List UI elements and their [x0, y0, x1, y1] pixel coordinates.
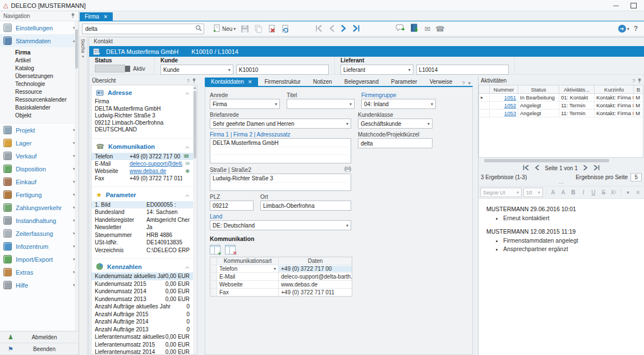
firma-name-box[interactable]: DELTA Musterfirma GmbH: [210, 138, 351, 163]
sidebar-subitem[interactable]: Artikel: [0, 57, 79, 65]
kennzahlen-row[interactable]: Anzahl Aufträge 2015 0: [91, 311, 193, 318]
tab-parameter[interactable]: Parameter: [385, 78, 424, 86]
land-label[interactable]: Land: [210, 213, 351, 220]
sidebar-subitem[interactable]: Katalog: [0, 65, 79, 72]
first-page-button[interactable]: [523, 165, 530, 171]
notes-area[interactable]: MUSTERMANN 29.06.2016 10:01 Erneut konta…: [479, 199, 644, 355]
sidebar-subitem[interactable]: Ressource: [0, 88, 79, 96]
email-button[interactable]: ✉: [424, 25, 430, 33]
copy-button[interactable]: [252, 23, 264, 34]
add-row-button[interactable]: ＋: [210, 245, 220, 254]
tab-firmenstruktur[interactable]: Firmenstruktur: [258, 78, 306, 86]
next-record-button[interactable]: [341, 25, 347, 33]
address-book-button[interactable]: [410, 24, 419, 34]
briefanrede-combo[interactable]: Sehr geehrte Damen und Herren▾: [210, 119, 351, 129]
close-tab-icon[interactable]: ✕: [104, 14, 108, 20]
grid-row[interactable]: 1052 Angelegt 11: Termin Kontakt: Firma …: [479, 102, 643, 110]
kunde-type-combo[interactable]: Kunde▾: [160, 65, 233, 75]
kundenklasse-combo[interactable]: Geschäftskunde▾: [358, 119, 433, 129]
grid-row[interactable]: ▸ 1051 In Bearbeitung 01: Kontakt Kontak…: [479, 94, 643, 102]
firma-links[interactable]: Firma 1 | Firma 2 | Adresszusatz: [210, 131, 351, 138]
previous-record-button[interactable]: [329, 25, 335, 33]
parameter-row[interactable]: Bundesland 14: Sachsen: [91, 208, 193, 216]
kommunikation-row[interactable]: Fax +49 (0) 3722 717 011: [91, 175, 193, 182]
collapse-icon[interactable]: [185, 143, 190, 150]
kommunikation-row[interactable]: Webseite www.debas.de ◉: [91, 167, 193, 175]
activity-number-link[interactable]: 1052: [504, 102, 516, 108]
firmengruppe-combo[interactable]: 04: Inland▾: [361, 99, 436, 109]
kennzahlen-row[interactable]: Kundenumsatz 2013 0,00 EUR: [91, 295, 193, 303]
parameter-row[interactable]: Newsletter Ja: [91, 224, 193, 231]
land-combo[interactable]: DE: Deutschland▾: [210, 220, 351, 230]
collapse-icon[interactable]: [185, 263, 190, 270]
editor-button[interactable]: X¹: [609, 188, 618, 197]
parameter-row[interactable]: Handelsregister Amtsgericht Chemnitz: [91, 216, 193, 224]
last-page-button[interactable]: [593, 165, 600, 171]
tab-verweise[interactable]: Verweise: [424, 78, 459, 86]
add-activity-button[interactable]: [395, 24, 405, 34]
suche-collapsed-panel[interactable]: Suche ▾: [79, 37, 88, 355]
row-action-icon[interactable]: ✉: [182, 161, 190, 167]
kennzahlen-row[interactable]: Kundenumsatz 2015 0,00 EUR: [91, 280, 193, 288]
kennzahlen-row[interactable]: Anzahl Aufträge 2014 0: [91, 318, 193, 326]
sidebar-subitem[interactable]: Basiskalender: [0, 104, 79, 112]
table-header[interactable]: Kommunikationsart Daten: [210, 257, 352, 265]
splitter-handle[interactable]: ⋯: [479, 181, 644, 186]
table-row[interactable]: Webseite www.debas.de: [210, 281, 352, 289]
uebersicht-scrollbar[interactable]: ▲: [193, 85, 197, 354]
new-dropdown-caret[interactable]: ▾: [233, 26, 236, 31]
refresh-document-button[interactable]: [279, 23, 291, 34]
activity-number-link[interactable]: 1053: [504, 110, 516, 116]
kennzahlen-row[interactable]: Anzahl Aufträge aktuelles Jahr 0: [91, 303, 193, 311]
kennzahlen-row[interactable]: Anzahl Aufträge 2013 0: [91, 326, 193, 334]
lieferant-type-combo[interactable]: Lieferant▾: [341, 65, 413, 75]
beenden-button[interactable]: ⚑ Beenden: [0, 343, 79, 355]
sidebar-item[interactable]: Disposition ▾: [0, 162, 79, 175]
panel-help-icon[interactable]: ?: [632, 78, 635, 84]
sidebar-subitem[interactable]: Objekt: [0, 112, 79, 120]
font-family-combo[interactable]: Segoe UI▾: [480, 188, 522, 197]
delete-button[interactable]: [266, 23, 278, 34]
settings-button[interactable]: ➜ ▾: [618, 25, 629, 33]
matchcode-field[interactable]: delta: [358, 138, 433, 148]
save-button[interactable]: [239, 23, 251, 34]
tab-kontaktdaten[interactable]: Kontaktdaten✕: [205, 78, 258, 86]
table-row[interactable]: E-Mail deleco-support@delta-barth.de: [210, 273, 352, 281]
kennzahlen-section-header[interactable]: Kennzahlen: [91, 259, 193, 272]
list-icon[interactable]: ≡: [634, 188, 642, 197]
sidebar-subitem[interactable]: Technologie: [0, 80, 79, 88]
phone-button[interactable]: ☎: [435, 25, 444, 33]
search-input[interactable]: [84, 25, 194, 33]
kennzahlen-row[interactable]: Lieferantenumsatz 2015 0,00 EUR: [91, 341, 193, 349]
sidebar-subitem[interactable]: Ressourcenkalender: [0, 96, 79, 104]
first-record-button[interactable]: [315, 25, 323, 33]
table-row[interactable]: Telefon▾ +49 (0) 3722 717 00: [210, 265, 352, 273]
nav-scrollbar[interactable]: [75, 21, 79, 331]
sidebar-item[interactable]: Projekt ▾: [0, 124, 79, 136]
editor-button[interactable]: U: [589, 188, 597, 197]
tab-belegversand[interactable]: Belegversand: [338, 78, 385, 86]
kennzahlen-row[interactable]: Kundenumsatz aktuelles Jahr 0,00 EUR: [91, 272, 193, 280]
sidebar-item[interactable]: Verkauf ▾: [0, 149, 79, 162]
close-tab-icon[interactable]: ✕: [248, 79, 252, 85]
parameter-section-header[interactable]: ★ Parameter: [91, 187, 193, 201]
kommunikation-row[interactable]: E-Mail deleco-support@delta-bart... ✉: [91, 160, 193, 167]
font-size-combo[interactable]: 10▾: [523, 188, 543, 197]
editor-button[interactable]: A: [559, 188, 567, 197]
pin-icon[interactable]: [71, 13, 75, 20]
editor-button[interactable]: I: [579, 188, 587, 197]
panel-help-icon[interactable]: ?: [462, 80, 464, 86]
status-slider[interactable]: [95, 65, 125, 72]
grid-hscrollbar[interactable]: [480, 158, 643, 163]
tab-notizen[interactable]: Notizen: [307, 78, 338, 86]
strasse-line[interactable]: Ludwig-Richter Straße 3: [213, 175, 348, 183]
anrede-combo[interactable]: Firma▾: [210, 99, 280, 109]
firma2-line[interactable]: [213, 147, 348, 155]
delete-row-button[interactable]: ✕: [225, 245, 236, 254]
titel-combo[interactable]: ▾: [287, 99, 355, 109]
adresszusatz-line[interactable]: [213, 155, 348, 162]
new-button[interactable]: Neu ▾: [210, 23, 237, 34]
parameter-row[interactable]: 1. Bild ED000055 :: [91, 201, 193, 209]
strasse2-line[interactable]: [213, 183, 348, 190]
pin-icon[interactable]: [192, 78, 196, 84]
